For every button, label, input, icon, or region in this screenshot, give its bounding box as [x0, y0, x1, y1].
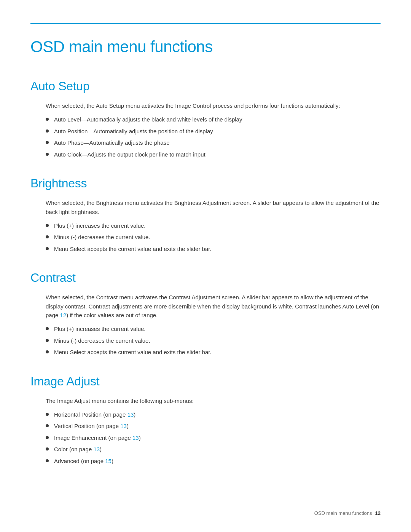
bullet-dot	[46, 339, 49, 342]
section-title-auto-setup: Auto Setup	[30, 77, 381, 95]
bullet-dot	[46, 118, 49, 121]
bullet-text: Advanced (on page 15)	[54, 457, 113, 466]
bullet-text: Auto Position—Automatically adjusts the …	[54, 127, 213, 136]
section-title-image-adjust: Image Adjust	[30, 372, 381, 390]
bullet-text-suffix: )	[112, 458, 113, 464]
bullet-text-suffix: )	[127, 423, 129, 429]
contrast-link[interactable]: 12	[60, 312, 67, 318]
bullet-text: Auto Level—Automatically adjusts the bla…	[54, 115, 242, 124]
bullet-text: Plus (+) increases the current value.	[54, 325, 146, 334]
bullet-text: Menu Select accepts the current value an…	[54, 348, 212, 357]
list-item: Menu Select accepts the current value an…	[46, 245, 381, 254]
bullet-dot	[46, 153, 49, 156]
image-adjust-link-3[interactable]: 13	[132, 435, 139, 441]
section-body-auto-setup: When selected, the Auto Setup menu activ…	[30, 101, 381, 159]
image-adjust-link-5[interactable]: 15	[105, 458, 112, 464]
bullet-dot	[46, 141, 49, 144]
list-item: Horizontal Position (on page 13)	[46, 411, 381, 419]
bullet-dot	[46, 327, 49, 330]
contrast-description: When selected, the Contrast menu activat…	[46, 293, 381, 320]
list-item: Vertical Position (on page 13)	[46, 422, 381, 431]
bullet-dot	[46, 350, 49, 353]
image-adjust-link-2[interactable]: 13	[120, 423, 127, 429]
image-adjust-bullets: Horizontal Position (on page 13) Vertica…	[46, 411, 381, 466]
bullet-text: Plus (+) increases the current value.	[54, 222, 146, 230]
section-contrast: Contrast When selected, the Contrast men…	[30, 268, 381, 356]
bullet-text: Horizontal Position (on page 13)	[54, 411, 135, 419]
list-item: Minus (-) decreases the current value.	[46, 233, 381, 242]
list-item: Color (on page 13)	[46, 445, 381, 454]
footer: OSD main menu functions 12	[314, 510, 381, 517]
bullet-text-prefix: Image Enhancement (on page	[54, 435, 132, 441]
section-image-adjust: Image Adjust The Image Adjust menu conta…	[30, 372, 381, 466]
footer-page-number: 12	[375, 510, 381, 517]
list-item: Auto Phase—Automatically adjusts the pha…	[46, 139, 381, 147]
bullet-text-suffix: )	[100, 446, 102, 452]
section-title-contrast: Contrast	[30, 268, 381, 287]
bullet-dot	[46, 424, 49, 427]
auto-setup-description: When selected, the Auto Setup menu activ…	[46, 101, 381, 110]
bullet-text: Minus (-) decreases the current value.	[54, 337, 150, 345]
bullet-text: Image Enhancement (on page 13)	[54, 434, 141, 443]
section-body-image-adjust: The Image Adjust menu contains the follo…	[30, 396, 381, 466]
section-auto-setup: Auto Setup When selected, the Auto Setup…	[30, 77, 381, 159]
list-item: Auto Position—Automatically adjusts the …	[46, 127, 381, 136]
page-container: OSD main menu functions Auto Setup When …	[0, 0, 411, 511]
bullet-dot	[46, 413, 49, 416]
bullet-text-prefix: Advanced (on page	[54, 458, 105, 464]
bullet-text-suffix: )	[134, 411, 135, 418]
bullet-dot	[46, 235, 49, 238]
top-rule	[30, 23, 381, 24]
list-item: Plus (+) increases the current value.	[46, 325, 381, 334]
contrast-desc-part2: ) if the color values are out of range.	[66, 312, 158, 318]
bullet-dot	[46, 224, 49, 227]
bullet-dot	[46, 129, 49, 133]
list-item: Image Enhancement (on page 13)	[46, 434, 381, 443]
image-adjust-link-1[interactable]: 13	[127, 411, 134, 418]
list-item: Menu Select accepts the current value an…	[46, 348, 381, 357]
bullet-dot	[46, 447, 49, 451]
bullet-text-suffix: )	[139, 435, 141, 441]
bullet-dot	[46, 247, 49, 250]
list-item: Plus (+) increases the current value.	[46, 222, 381, 230]
bullet-text: Color (on page 13)	[54, 445, 102, 454]
page-title: OSD main menu functions	[30, 35, 381, 59]
list-item: Auto Level—Automatically adjusts the bla…	[46, 115, 381, 124]
bullet-text: Auto Phase—Automatically adjusts the pha…	[54, 139, 170, 147]
bullet-text: Vertical Position (on page 13)	[54, 422, 129, 431]
bullet-text: Auto Clock—Adjusts the output clock per …	[54, 150, 206, 159]
list-item: Minus (-) decreases the current value.	[46, 337, 381, 345]
list-item: Auto Clock—Adjusts the output clock per …	[46, 150, 381, 159]
section-title-brightness: Brightness	[30, 174, 381, 192]
footer-label: OSD main menu functions	[314, 510, 372, 517]
contrast-bullets: Plus (+) increases the current value. Mi…	[46, 325, 381, 357]
brightness-bullets: Plus (+) increases the current value. Mi…	[46, 222, 381, 254]
image-adjust-description: The Image Adjust menu contains the follo…	[46, 396, 381, 405]
bullet-dot	[46, 459, 49, 462]
auto-setup-bullets: Auto Level—Automatically adjusts the bla…	[46, 115, 381, 159]
list-item: Advanced (on page 15)	[46, 457, 381, 466]
bullet-text-prefix: Horizontal Position (on page	[54, 411, 127, 418]
bullet-text-prefix: Color (on page	[54, 446, 93, 452]
section-body-contrast: When selected, the Contrast menu activat…	[30, 293, 381, 356]
section-brightness: Brightness When selected, the Brightness…	[30, 174, 381, 253]
section-body-brightness: When selected, the Brightness menu activ…	[30, 198, 381, 253]
bullet-text-prefix: Vertical Position (on page	[54, 423, 120, 429]
image-adjust-link-4[interactable]: 13	[93, 446, 100, 452]
bullet-text: Minus (-) decreases the current value.	[54, 233, 150, 242]
bullet-dot	[46, 436, 49, 439]
bullet-text: Menu Select accepts the current value an…	[54, 245, 212, 254]
brightness-description: When selected, the Brightness menu activ…	[46, 198, 381, 216]
